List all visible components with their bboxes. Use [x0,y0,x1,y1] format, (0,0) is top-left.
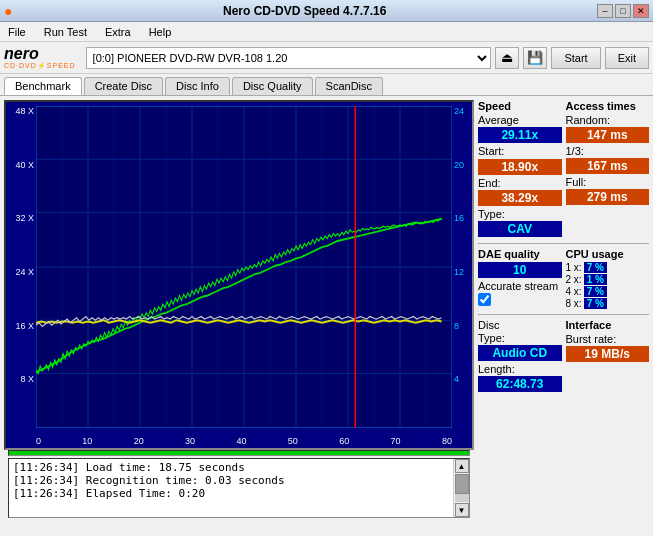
divider-1 [478,243,649,244]
disc-length-value: 62:48.73 [478,376,562,392]
log-entry-0: [11:26:34] Load time: 18.75 seconds [13,461,449,474]
dae-title: DAE quality [478,248,562,260]
divider-2 [478,314,649,315]
menu-extra[interactable]: Extra [101,25,135,39]
cpu-value-2x: 1 % [584,274,607,285]
log-entry-2: [11:26:34] Elapsed Time: 0:20 [13,487,449,500]
interface-section: Interface Burst rate: 19 MB/s [566,319,650,394]
y-label-24: 24 X [15,267,36,277]
y-right-12: 12 [452,267,464,277]
disc-section: Disc Type: Audio CD Length: 62:48.73 [478,319,562,394]
y-right-4: 4 [452,374,459,384]
progress-bar [8,450,470,456]
x-label-0: 0 [36,436,41,446]
y-label-40: 40 X [15,160,36,170]
access-times-section: Access times Random: 147 ms 1/3: 167 ms … [566,100,650,239]
type-label: Type: [478,208,562,220]
cpu-value-4x: 7 % [584,286,607,297]
x-label-20: 20 [134,436,144,446]
cpu-label-8x: 8 x: [566,298,582,309]
x-label-10: 10 [82,436,92,446]
scroll-down-button[interactable]: ▼ [455,503,469,517]
log-entry-1: [11:26:34] Recognition time: 0.03 second… [13,474,449,487]
right-panel: Speed Average 29.11x Start: 18.90x End: … [478,96,653,526]
cpu-title: CPU usage [566,248,650,260]
chart-container: 48 X 40 X 32 X 24 X 16 X 8 X 24 20 16 12… [4,100,474,450]
access-times-title: Access times [566,100,650,112]
speed-title: Speed [478,100,562,112]
logo-top: nero [4,46,76,62]
cpu-value-1x: 7 % [584,262,607,273]
tab-bar: Benchmark Create Disc Disc Info Disc Qua… [0,74,653,96]
speed-access-row: Speed Average 29.11x Start: 18.90x End: … [478,100,649,239]
log-content: [11:26:34] Load time: 18.75 seconds [11:… [9,459,453,517]
cpu-usage-section: CPU usage 1 x: 7 % 2 x: 1 % 4 x: 7 % 8 x… [566,248,650,310]
start-value: 18.90x [478,159,562,175]
accurate-stream-checkbox[interactable] [478,293,491,306]
scroll-track[interactable] [455,474,469,502]
drive-selector[interactable]: [0:0] PIONEER DVD-RW DVR-108 1.20 [86,47,492,69]
exit-button[interactable]: Exit [605,47,649,69]
full-label: Full: [566,176,650,188]
x-label-40: 40 [236,436,246,446]
y-right-16: 16 [452,213,464,223]
x-label-60: 60 [339,436,349,446]
end-label: End: [478,177,562,189]
y-label-48: 48 X [15,106,36,116]
cpu-row-2: 4 x: 7 % [566,286,650,297]
y-right-8: 8 [452,321,459,331]
tab-benchmark[interactable]: Benchmark [4,77,82,95]
cpu-row-0: 1 x: 7 % [566,262,650,273]
accurate-stream-row [478,293,562,306]
start-label: Start: [478,145,504,157]
window-controls: – □ ✕ [597,4,649,18]
x-label-30: 30 [185,436,195,446]
tab-disc-quality[interactable]: Disc Quality [232,77,313,95]
one-third-value: 167 ms [566,158,650,174]
scroll-up-button[interactable]: ▲ [455,459,469,473]
x-axis: 0 10 20 30 40 50 60 70 80 [36,436,452,446]
x-label-50: 50 [288,436,298,446]
disc-type-label: Disc [478,319,562,331]
tab-create-disc[interactable]: Create Disc [84,77,163,95]
x-label-70: 70 [391,436,401,446]
end-value: 38.29x [478,190,562,206]
app-icon: ● [4,3,12,19]
y-axis-right: 24 20 16 12 8 4 [452,106,472,428]
menu-file[interactable]: File [4,25,30,39]
save-button[interactable]: 💾 [523,47,547,69]
type-value: CAV [478,221,562,237]
maximize-button[interactable]: □ [615,4,631,18]
eject-button[interactable]: ⏏ [495,47,519,69]
burst-value: 19 MB/s [566,346,650,362]
scroll-thumb[interactable] [455,474,469,494]
log-scrollbar[interactable]: ▲ ▼ [453,459,469,517]
dae-cpu-row: DAE quality 10 Accurate stream CPU usage… [478,248,649,310]
y-axis-left: 48 X 40 X 32 X 24 X 16 X 8 X [8,106,36,428]
disc-type-sub-label: Type: [478,332,562,344]
menu-help[interactable]: Help [145,25,176,39]
full-value: 279 ms [566,189,650,205]
logo: nero CD·DVD⚡SPEED [4,46,76,70]
tab-disc-info[interactable]: Disc Info [165,77,230,95]
y-label-16: 16 X [15,321,36,331]
tab-scan-disc[interactable]: ScanDisc [315,77,383,95]
title-bar: ● Nero CD-DVD Speed 4.7.7.16 – □ ✕ [0,0,653,22]
menu-run-test[interactable]: Run Test [40,25,91,39]
window-title: Nero CD-DVD Speed 4.7.7.16 [12,4,597,18]
burst-label: Burst rate: [566,333,650,345]
accurate-stream-label: Accurate stream [478,280,562,292]
cpu-row-3: 8 x: 7 % [566,298,650,309]
average-value: 29.11x [478,127,562,143]
interface-title: Interface [566,319,650,331]
cpu-label-4x: 4 x: [566,286,582,297]
start-button[interactable]: Start [551,47,600,69]
disc-length-label: Length: [478,363,562,375]
cpu-label-2x: 2 x: [566,274,582,285]
minimize-button[interactable]: – [597,4,613,18]
log-area: [11:26:34] Load time: 18.75 seconds [11:… [8,458,470,518]
main-content: 48 X 40 X 32 X 24 X 16 X 8 X 24 20 16 12… [0,96,653,526]
close-button[interactable]: ✕ [633,4,649,18]
disc-interface-row: Disc Type: Audio CD Length: 62:48.73 Int… [478,319,649,394]
toolbar: nero CD·DVD⚡SPEED [0:0] PIONEER DVD-RW D… [0,42,653,74]
